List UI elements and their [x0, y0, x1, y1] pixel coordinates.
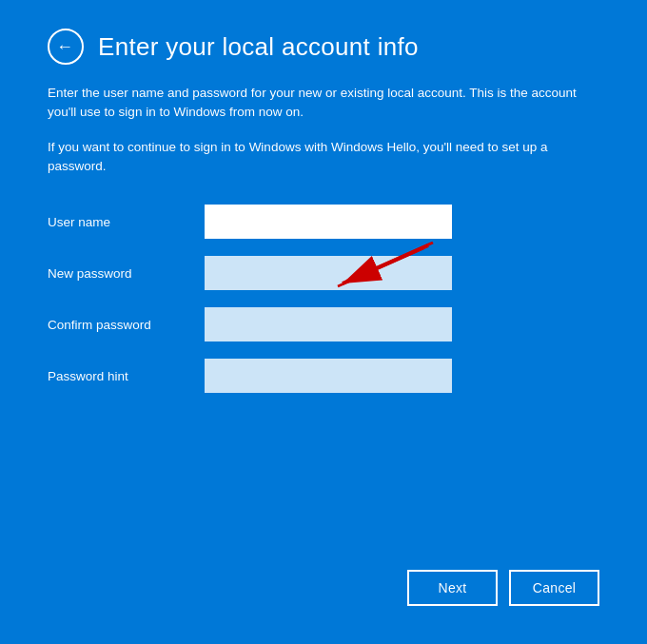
back-arrow-icon: ←: [56, 38, 73, 55]
newpassword-input[interactable]: [205, 256, 452, 290]
back-button[interactable]: ←: [48, 29, 84, 65]
form-row-username: User name: [48, 205, 599, 239]
newpassword-label: New password: [48, 266, 205, 281]
confirmpassword-input[interactable]: [205, 307, 452, 342]
description-2: If you want to continue to sign in to Wi…: [48, 138, 599, 177]
buttons-row: Next Cancel: [48, 570, 599, 615]
form-row-passwordhint: Password hint: [48, 359, 599, 393]
username-label: User name: [48, 215, 205, 229]
form-row-newpassword: New password: [48, 256, 599, 290]
description-1: Enter the user name and password for you…: [48, 84, 599, 123]
next-button[interactable]: Next: [407, 570, 498, 606]
username-input[interactable]: [205, 205, 452, 239]
passwordhint-label: Password hint: [48, 369, 205, 383]
header: ← Enter your local account info: [48, 29, 599, 65]
page-title: Enter your local account info: [98, 32, 419, 62]
confirmpassword-label: Confirm password: [48, 318, 205, 332]
passwordhint-input[interactable]: [205, 359, 452, 393]
page-container: ← Enter your local account info Enter th…: [0, 0, 647, 644]
form-area: User name New password Confirm password …: [48, 205, 599, 570]
form-row-confirmpassword: Confirm password: [48, 307, 599, 342]
cancel-button[interactable]: Cancel: [509, 570, 599, 606]
